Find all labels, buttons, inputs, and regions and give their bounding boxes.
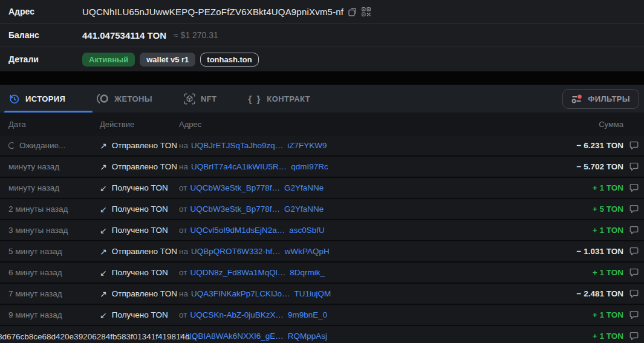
tab-jettons-label: ЖЕТОНЫ: [114, 94, 152, 103]
filters-button[interactable]: ФИЛЬТРЫ: [562, 89, 639, 109]
tx-action: ↗Отправлено TON: [100, 162, 179, 172]
counterparty-address-link[interactable]: UQCvl5oI9dM1dsEjN2a…asc0SbfU: [190, 226, 324, 235]
tab-nft[interactable]: NFT: [184, 93, 216, 105]
sent-arrow-icon: ↗: [100, 141, 107, 151]
tx-amount: + 1 TON: [593, 183, 623, 192]
details-row: Детали Активный wallet v5 r1 tonhash.ton: [0, 47, 644, 71]
table-row[interactable]: 7 минут назад ↗Отправлено TON наUQA3FINK…: [0, 284, 644, 305]
tab-contract-label: КОНТРАКТ: [267, 94, 310, 103]
tab-history[interactable]: ИСТОРИЯ: [8, 93, 65, 105]
tx-action: ↙Получено TON: [100, 310, 179, 320]
direction-preposition: от: [179, 268, 187, 277]
comment-icon[interactable]: [629, 162, 639, 171]
counterparty-address-link[interactable]: UQCbW3eStk_Bp778f…G2YfaNNe: [190, 204, 324, 214]
table-row[interactable]: Ожидание... ↗Отправлено TON наUQBJrETJSq…: [0, 136, 644, 157]
address-row: Адрес UQCNhILU65nJUwwKEPQ-PEZoFfZV6XBkt4…: [0, 0, 644, 24]
counterparty-address-link[interactable]: UQBJrETJSqTaJho9zq…iZ7FYKW9: [191, 141, 327, 150]
tab-jettons[interactable]: ЖЕТОНЫ: [97, 93, 152, 104]
direction-preposition: от: [179, 226, 187, 235]
counterparty-address-link[interactable]: UQCSKn-AbZ-0juBKzX…9m9bnE_0: [190, 310, 327, 319]
direction-preposition: на: [179, 141, 188, 150]
history-clock-icon: [8, 93, 20, 105]
received-arrow-icon: ↙: [100, 183, 107, 193]
balance-ton-value: 441.047534114 TON: [82, 30, 166, 41]
header-amount: Сумма: [599, 120, 623, 129]
tx-date: Ожидание...: [8, 141, 100, 150]
direction-preposition: от: [179, 310, 187, 319]
wallet-version-badge: wallet v5 r1: [140, 53, 195, 67]
comment-icon[interactable]: [629, 289, 639, 298]
account-info-section: Адрес UQCNhILU65nJUwwKEPQ-PEZoFfZV6XBkt4…: [0, 0, 644, 71]
address-label: Адрес: [8, 7, 82, 16]
table-row[interactable]: минуту назад ↗Отправлено TON наUQBrIT7a4…: [0, 157, 644, 178]
tx-hash-tooltip: 8d676cb8ce68d420e39206284fb583f01341f419…: [0, 332, 197, 341]
tx-amount: + 1 TON: [593, 268, 623, 277]
filters-button-label: ФИЛЬТРЫ: [588, 94, 630, 103]
tx-amount: − 2.481 TON: [577, 289, 623, 298]
direction-preposition: на: [179, 289, 188, 298]
table-row[interactable]: 5 минут назад ↗Отправлено TON наUQBpQROT…: [0, 241, 644, 263]
header-action: Действие: [100, 120, 179, 129]
comment-icon[interactable]: [629, 204, 639, 214]
tx-amount: − 6.231 TON: [577, 141, 623, 150]
direction-preposition: на: [179, 162, 188, 171]
tx-amount: + 1 TON: [593, 332, 623, 341]
table-row[interactable]: тUQBIA8WAk6NXXI6_gE…RQMppAsj + 1 TON 8d6…: [0, 326, 644, 343]
direction-preposition: от: [179, 204, 187, 214]
contract-braces-icon: { }: [248, 94, 261, 104]
table-row[interactable]: 3 минуты назад ↙Получено TON отUQCvl5oI9…: [0, 220, 644, 241]
counterparty-address-link[interactable]: UQA3FINKakPp7LCKIJo…TU1iujQM: [191, 289, 331, 298]
counterparty-address-link[interactable]: UQBIA8WAk6NXXI6_gE…RQMppAsj: [186, 332, 327, 341]
tx-action: ↙Получено TON: [100, 183, 179, 193]
tx-date: 3 минуты назад: [8, 226, 100, 235]
table-row[interactable]: 9 минут назад ↙Получено TON отUQCSKn-AbZ…: [0, 305, 644, 326]
tx-action: ↗Отправлено TON: [100, 141, 179, 151]
direction-preposition: на: [179, 247, 188, 256]
details-label: Детали: [8, 54, 82, 64]
sent-arrow-icon: ↗: [100, 247, 107, 256]
tx-date: 6 минут назад: [8, 268, 100, 277]
comment-icon[interactable]: [629, 310, 639, 319]
tx-date: 9 минут назад: [8, 310, 100, 319]
sent-arrow-icon: ↗: [100, 162, 107, 172]
balance-label: Баланс: [8, 30, 82, 40]
account-address: UQCNhILU65nJUwwKEPQ-PEZoFfZV6XBkt4UQA9pn…: [82, 7, 343, 17]
tx-date: 2 минуты назад: [8, 204, 100, 214]
tab-contract[interactable]: { } КОНТРАКТ: [248, 94, 310, 104]
active-tab-underline: [4, 111, 93, 113]
table-row[interactable]: 6 минут назад ↙Получено TON отUQDN8z_Fd8…: [0, 263, 644, 284]
pending-spinner-icon: [8, 142, 15, 149]
tx-action: ↙Получено TON: [100, 268, 179, 278]
table-row[interactable]: минуту назад ↙Получено TON отUQCbW3eStk_…: [0, 178, 644, 199]
tx-date: минуту назад: [8, 183, 100, 192]
domain-badge[interactable]: tonhash.ton: [200, 53, 258, 67]
comment-icon[interactable]: [629, 268, 639, 277]
received-arrow-icon: ↙: [100, 226, 107, 235]
nft-cube-icon: [184, 93, 195, 105]
comment-icon[interactable]: [629, 141, 639, 150]
tx-date: 7 минут назад: [8, 289, 100, 298]
counterparty-address-link[interactable]: UQDN8z_Fd8Wa1MqQl…8Dqrmik_: [190, 268, 325, 277]
tx-date: минуту назад: [8, 162, 100, 171]
comment-icon[interactable]: [629, 332, 639, 341]
comment-icon[interactable]: [629, 183, 639, 192]
tx-amount: + 1 TON: [593, 310, 623, 319]
table-row[interactable]: 2 минуты назад ↙Получено TON отUQCbW3eSt…: [0, 199, 644, 220]
status-badge: Активный: [82, 53, 135, 67]
counterparty-address-link[interactable]: UQBpQROT6W332-hf…wWkPAQpH: [191, 247, 330, 256]
comment-icon[interactable]: [629, 226, 639, 235]
copy-icon[interactable]: [348, 7, 357, 16]
tx-action: ↙Получено TON: [100, 204, 179, 214]
section-divider: [0, 71, 644, 85]
tab-bar: ИСТОРИЯ ЖЕТОНЫ NFT { } КОНТРАКТ: [0, 85, 644, 113]
tx-amount: − 1.031 TON: [577, 247, 623, 256]
tx-action: ↗Отправлено TON: [100, 247, 179, 256]
received-arrow-icon: ↙: [100, 268, 107, 278]
comment-icon[interactable]: [629, 247, 639, 256]
counterparty-address-link[interactable]: UQBrIT7a4cA1ikWIU5R…qdmI97Rc: [191, 162, 328, 171]
qr-code-icon[interactable]: [362, 7, 371, 16]
counterparty-address-link[interactable]: UQCbW3eStk_Bp778f…G2YfaNNe: [190, 183, 324, 192]
received-arrow-icon: ↙: [100, 204, 107, 214]
tab-history-label: ИСТОРИЯ: [25, 94, 65, 103]
filters-sliders-icon: [571, 94, 582, 103]
